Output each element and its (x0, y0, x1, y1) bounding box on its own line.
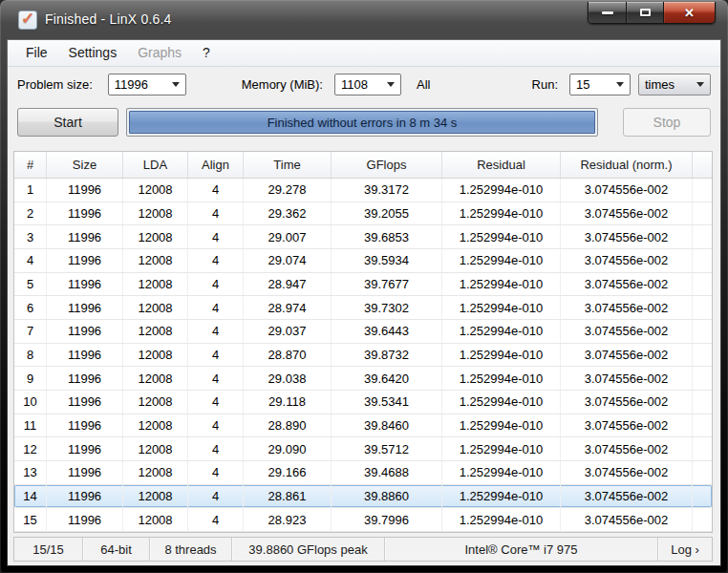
table-row[interactable]: 131199612008429.16639.46881.252994e-0103… (14, 461, 712, 485)
table-cell-n: 14 (14, 485, 47, 508)
table-cell-residual: 1.252994e-010 (442, 249, 561, 272)
table-row[interactable]: 61199612008428.97439.73021.252994e-0103.… (14, 296, 712, 320)
table-cell-lda: 12008 (123, 437, 188, 460)
table-cell-time: 28.890 (244, 414, 332, 437)
menu-item-help[interactable]: ? (192, 40, 221, 66)
table-cell-residual: 1.252994e-010 (442, 367, 561, 390)
table-cell-residual_norm: 3.074556e-002 (561, 414, 693, 437)
table-row[interactable]: 121199612008429.09039.57121.252994e-0103… (14, 437, 712, 461)
memory-combo[interactable]: 1108 (334, 74, 401, 96)
close-button[interactable]: ✕ (663, 2, 716, 24)
table-row[interactable]: 141199612008428.86139.88601.252994e-0103… (14, 485, 712, 509)
table-row[interactable]: 11199612008429.27839.31721.252994e-0103.… (14, 179, 712, 202)
column-header-align[interactable]: Align (188, 152, 244, 178)
column-header-gflops[interactable]: GFlops (332, 152, 442, 178)
memory-label: Memory (MiB): (242, 77, 323, 92)
client-area: FileSettingsGraphs? Problem size: 11996 … (8, 40, 720, 565)
table-cell-size: 11996 (47, 296, 123, 319)
table-cell-align: 4 (188, 414, 244, 437)
table-cell-lda: 12008 (123, 179, 188, 202)
table-header: #SizeLDAAlignTimeGFlopsResidualResidual … (14, 152, 712, 179)
table-cell-residual_norm: 3.074556e-002 (561, 225, 693, 248)
table-cell-filler (693, 273, 712, 296)
table-cell-filler (693, 508, 712, 531)
table-cell-time: 28.974 (244, 296, 332, 319)
table-row[interactable]: 101199612008429.11839.53411.252994e-0103… (14, 391, 712, 414)
table-cell-residual: 1.252994e-010 (442, 414, 561, 437)
table-cell-residual_norm: 3.074556e-002 (561, 437, 693, 460)
table-cell-size: 11996 (47, 179, 123, 202)
stop-button[interactable]: Stop (623, 108, 711, 137)
progress-bar-fill: Finished without errors in 8 m 34 s (129, 111, 595, 134)
title-bar[interactable]: ✓ Finished - LinX 0.6.4 ✕ (0, 0, 728, 40)
start-button[interactable]: Start (17, 108, 118, 137)
table-cell-residual_norm: 3.074556e-002 (561, 273, 693, 296)
results-table: #SizeLDAAlignTimeGFlopsResidualResidual … (13, 151, 713, 533)
window-controls: ✕ (588, 2, 716, 24)
table-row[interactable]: 51199612008428.94739.76771.252994e-0103.… (14, 273, 712, 297)
table-cell-align: 4 (188, 391, 244, 414)
table-cell-residual: 1.252994e-010 (442, 179, 561, 202)
menu-item-file[interactable]: File (15, 40, 58, 66)
table-cell-time: 28.861 (244, 485, 332, 508)
table-row[interactable]: 71199612008429.03739.64431.252994e-0103.… (14, 320, 712, 344)
table-row[interactable]: 151199612008428.92339.79961.252994e-0103… (14, 508, 712, 532)
chevron-down-icon (172, 82, 180, 87)
table-cell-gflops: 39.6443 (332, 320, 442, 343)
menu-item-settings[interactable]: Settings (58, 40, 128, 66)
table-row[interactable]: 41199612008429.07439.59341.252994e-0103.… (14, 249, 712, 273)
settings-toolbar: Problem size: 11996 Memory (MiB): 1108 A… (8, 67, 720, 101)
chevron-down-icon (387, 82, 395, 87)
table-cell-time: 28.870 (244, 344, 332, 367)
run-mode-combo[interactable]: times (638, 74, 711, 96)
problem-size-combo[interactable]: 11996 (108, 74, 186, 96)
table-cell-size: 11996 (47, 344, 123, 367)
column-header-n[interactable]: # (14, 152, 47, 178)
table-cell-time: 28.947 (244, 273, 332, 296)
column-header-time[interactable]: Time (244, 152, 332, 178)
table-cell-lda: 12008 (123, 344, 188, 367)
table-cell-n: 7 (14, 320, 47, 343)
app-checkmark-icon[interactable]: ✓ (18, 11, 37, 30)
table-cell-lda: 12008 (123, 367, 188, 390)
table-cell-gflops: 39.5934 (332, 249, 442, 272)
problem-size-label: Problem size: (17, 77, 93, 92)
table-cell-align: 4 (188, 461, 244, 484)
table-row[interactable]: 21199612008429.36239.20551.252994e-0103.… (14, 202, 712, 226)
table-cell-gflops: 39.4688 (332, 461, 442, 484)
column-header-residual[interactable]: Residual (442, 152, 561, 178)
table-row[interactable]: 81199612008428.87039.87321.252994e-0103.… (14, 344, 712, 368)
table-cell-gflops: 39.7677 (332, 273, 442, 296)
run-count-combo[interactable]: 15 (569, 74, 631, 96)
column-header-lda[interactable]: LDA (123, 152, 188, 178)
table-row[interactable]: 31199612008429.00739.68531.252994e-0103.… (14, 225, 712, 249)
table-cell-lda: 12008 (123, 273, 188, 296)
table-cell-gflops: 39.3172 (332, 179, 442, 202)
table-cell-residual: 1.252994e-010 (442, 202, 561, 225)
maximize-button[interactable] (627, 2, 663, 24)
table-cell-filler (693, 391, 712, 414)
table-cell-lda: 12008 (123, 485, 188, 508)
status-log-expander[interactable]: Log › (658, 538, 712, 561)
table-cell-time: 29.362 (244, 202, 332, 225)
table-cell-filler (693, 202, 712, 225)
table-row[interactable]: 111199612008428.89039.84601.252994e-0103… (14, 414, 712, 438)
table-cell-residual: 1.252994e-010 (442, 508, 561, 531)
column-header-size[interactable]: Size (47, 152, 123, 178)
table-cell-size: 11996 (47, 202, 123, 225)
status-bar: 15/15 64-bit 8 threads 39.8860 GFlops pe… (13, 537, 713, 562)
table-cell-gflops: 39.6420 (332, 367, 442, 390)
table-cell-time: 28.923 (244, 508, 332, 531)
menu-bar: FileSettingsGraphs? (8, 40, 720, 67)
close-icon: ✕ (684, 7, 695, 19)
table-cell-align: 4 (188, 202, 244, 225)
column-header-residual_norm[interactable]: Residual (norm.) (561, 152, 693, 178)
progress-status-text: Finished without errors in 8 m 34 s (268, 116, 458, 130)
minimize-button[interactable] (588, 2, 627, 24)
table-cell-align: 4 (188, 508, 244, 531)
table-row[interactable]: 91199612008429.03839.64201.252994e-0103.… (14, 367, 712, 391)
table-cell-n: 10 (14, 391, 47, 414)
table-cell-time: 29.118 (244, 391, 332, 414)
table-cell-lda: 12008 (123, 202, 188, 225)
table-cell-filler (693, 367, 712, 390)
